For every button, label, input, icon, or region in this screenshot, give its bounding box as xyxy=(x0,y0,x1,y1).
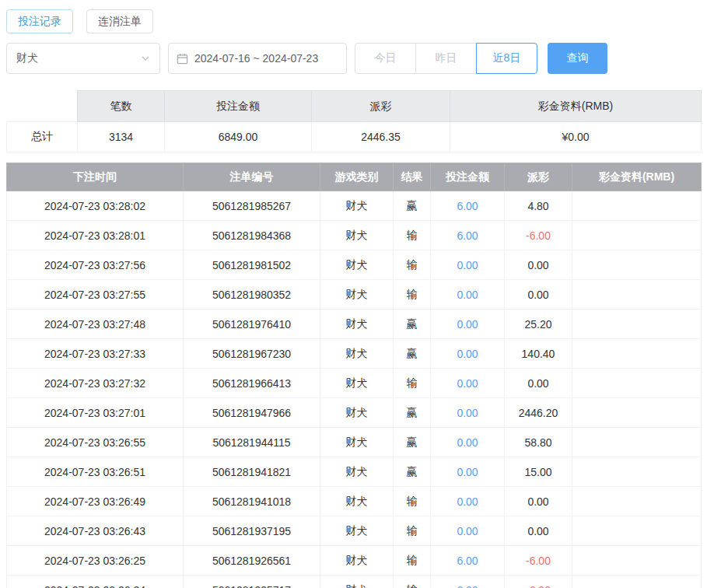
col-header-bet-time: 下注时间 xyxy=(7,163,184,191)
filter-bar: 财犬 2024-07-16 ~ 2024-07-23 今日 昨日 近8日 查询 xyxy=(6,43,701,74)
result-cell: 赢 xyxy=(394,398,431,428)
table-header-row: 下注时间 注单编号 游戏类别 结果 投注金额 派彩 彩金资料(RMB) xyxy=(7,163,702,191)
bet-time-cell: 2024-07-23 03:26:43 xyxy=(7,516,184,546)
last-8-days-button[interactable]: 近8日 xyxy=(476,43,537,74)
bonus-cell xyxy=(572,576,702,588)
table-row: 2024-07-23 03:26:255061281926561财犬输6.00-… xyxy=(7,546,702,576)
summary-total-count: 3134 xyxy=(78,122,165,152)
bet-amount-link[interactable]: 0.00 xyxy=(431,516,505,546)
bet-amount-link[interactable]: 0.00 xyxy=(431,369,505,398)
payout-cell: -6.00 xyxy=(505,576,572,588)
game-type-cell: 财犬 xyxy=(320,428,394,457)
today-button[interactable]: 今日 xyxy=(355,43,416,74)
payout-cell: 58.80 xyxy=(505,428,572,457)
bet-time-cell: 2024-07-23 03:27:48 xyxy=(7,310,184,339)
result-cell: 赢 xyxy=(394,191,431,221)
bet-time-cell: 2024-07-23 03:26:51 xyxy=(7,457,184,487)
bonus-cell xyxy=(572,457,702,487)
bet-amount-link[interactable]: 0.00 xyxy=(431,398,505,428)
order-id-cell: 5061281966413 xyxy=(184,369,320,398)
bet-amount-link[interactable]: 6.00 xyxy=(431,576,505,588)
col-header-bonus: 彩金资料(RMB) xyxy=(572,163,702,191)
quick-range-button-group: 今日 昨日 近8日 xyxy=(355,43,537,74)
bet-amount-link[interactable]: 0.00 xyxy=(431,487,505,516)
summary-total-bonus: ¥0.00 xyxy=(450,122,702,152)
date-range-picker[interactable]: 2024-07-16 ~ 2024-07-23 xyxy=(168,43,347,74)
bet-amount-link[interactable]: 0.00 xyxy=(431,250,505,280)
game-type-cell: 财犬 xyxy=(320,457,394,487)
bet-amount-link[interactable]: 6.00 xyxy=(431,546,505,576)
bet-time-cell: 2024-07-23 03:27:01 xyxy=(7,398,184,428)
bet-time-cell: 2024-07-23 03:28:01 xyxy=(7,221,184,250)
col-header-payout: 派彩 xyxy=(505,163,572,191)
payout-cell: 0.00 xyxy=(505,250,572,280)
bet-time-cell: 2024-07-23 03:26:24 xyxy=(7,576,184,588)
summary-header-row: 笔数 投注金额 派彩 彩金资料(RMB) xyxy=(7,91,702,122)
bonus-cell xyxy=(572,487,702,516)
yesterday-button[interactable]: 昨日 xyxy=(415,43,477,74)
game-select[interactable]: 财犬 xyxy=(6,43,160,74)
table-row: 2024-07-23 03:27:015061281947966财犬赢0.002… xyxy=(7,398,702,428)
bet-time-cell: 2024-07-23 03:26:49 xyxy=(7,487,184,516)
bet-table-body: 2024-07-23 03:28:025061281985267财犬赢6.004… xyxy=(7,191,702,588)
summary-total-payout: 2446.35 xyxy=(312,122,450,152)
result-cell: 赢 xyxy=(394,310,431,339)
bonus-cell xyxy=(572,398,702,428)
game-type-cell: 财犬 xyxy=(320,546,394,576)
table-row: 2024-07-23 03:26:245061281925717财犬输6.00-… xyxy=(7,576,702,588)
summary-header-bet-amount: 投注金额 xyxy=(165,91,312,122)
bet-amount-link[interactable]: 6.00 xyxy=(431,221,505,250)
tab-bet-records[interactable]: 投注记录 xyxy=(6,9,73,33)
bonus-cell xyxy=(572,339,702,369)
table-row: 2024-07-23 03:27:335061281967230财犬赢0.001… xyxy=(7,339,702,369)
order-id-cell: 5061281941821 xyxy=(184,457,320,487)
summary-header-payout: 派彩 xyxy=(312,91,450,122)
order-id-cell: 5061281980352 xyxy=(184,280,320,310)
table-row: 2024-07-23 03:26:555061281944115财犬赢0.005… xyxy=(7,428,702,457)
game-type-cell: 财犬 xyxy=(320,576,394,588)
order-id-cell: 5061281981502 xyxy=(184,250,320,280)
summary-total-label: 总计 xyxy=(7,122,78,152)
payout-cell: 140.40 xyxy=(505,339,572,369)
bet-amount-link[interactable]: 0.00 xyxy=(431,428,505,457)
bet-records-table: 下注时间 注单编号 游戏类别 结果 投注金额 派彩 彩金资料(RMB) 2024… xyxy=(6,163,702,588)
table-row: 2024-07-23 03:28:015061281984368财犬输6.00-… xyxy=(7,221,702,250)
result-cell: 输 xyxy=(394,516,431,546)
bet-time-cell: 2024-07-23 03:28:02 xyxy=(7,191,184,221)
bet-time-cell: 2024-07-23 03:27:56 xyxy=(7,250,184,280)
result-cell: 赢 xyxy=(394,457,431,487)
order-id-cell: 5061281984368 xyxy=(184,221,320,250)
game-type-cell: 财犬 xyxy=(320,221,394,250)
search-button[interactable]: 查询 xyxy=(548,43,607,74)
summary-header-count: 笔数 xyxy=(78,91,165,122)
bet-amount-link[interactable]: 0.00 xyxy=(431,457,505,487)
col-header-bet-amount: 投注金额 xyxy=(431,163,505,191)
table-row: 2024-07-23 03:27:485061281976410财犬赢0.002… xyxy=(7,310,702,339)
result-cell: 赢 xyxy=(394,428,431,457)
game-type-cell: 财犬 xyxy=(320,369,394,398)
bet-amount-link[interactable]: 0.00 xyxy=(431,339,505,369)
bet-time-cell: 2024-07-23 03:27:32 xyxy=(7,369,184,398)
result-cell: 输 xyxy=(394,250,431,280)
order-id-cell: 5061281967230 xyxy=(184,339,320,369)
bonus-cell xyxy=(572,221,702,250)
payout-cell: -6.00 xyxy=(505,546,572,576)
order-id-cell: 5061281925717 xyxy=(184,576,320,588)
table-row: 2024-07-23 03:28:025061281985267财犬赢6.004… xyxy=(7,191,702,221)
order-id-cell: 5061281985267 xyxy=(184,191,320,221)
bet-time-cell: 2024-07-23 03:27:33 xyxy=(7,339,184,369)
game-type-cell: 财犬 xyxy=(320,516,394,546)
bet-records-page: 投注记录 连消注单 财犬 2024-07-16 ~ 2024-07-23 今日 xyxy=(0,0,707,588)
bet-amount-link[interactable]: 0.00 xyxy=(431,310,505,339)
summary-table: 笔数 投注金额 派彩 彩金资料(RMB) 总计 3134 6849.00 244… xyxy=(6,90,702,152)
bet-amount-link[interactable]: 0.00 xyxy=(431,280,505,310)
result-cell: 输 xyxy=(394,221,431,250)
tab-cancelled-orders[interactable]: 连消注单 xyxy=(86,9,153,33)
table-row: 2024-07-23 03:26:515061281941821财犬赢0.001… xyxy=(7,457,702,487)
order-id-cell: 5061281947966 xyxy=(184,398,320,428)
payout-cell: 4.80 xyxy=(505,191,572,221)
table-row: 2024-07-23 03:26:435061281937195财犬输0.000… xyxy=(7,516,702,546)
bet-amount-link[interactable]: 6.00 xyxy=(431,191,505,221)
payout-cell: 0.00 xyxy=(505,487,572,516)
payout-cell: 0.00 xyxy=(505,516,572,546)
